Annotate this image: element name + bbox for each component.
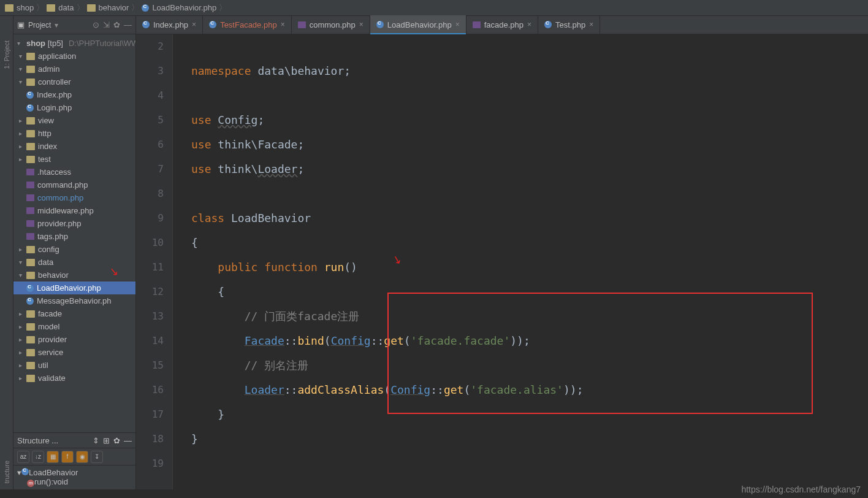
gear-icon[interactable]: ✿ — [113, 20, 120, 29]
chevron-down-icon[interactable]: ▾ — [55, 21, 58, 29]
php-file-icon — [376, 21, 384, 28]
editor-tab[interactable]: common.php× — [292, 15, 370, 34]
tree-facade[interactable]: ▸facade — [13, 307, 135, 320]
tree-test[interactable]: ▸test — [13, 153, 135, 166]
code-line[interactable]: public function run() — [191, 255, 868, 280]
autoscroll-button[interactable]: ↧ — [91, 451, 103, 463]
sort-alpha-button[interactable]: az — [17, 451, 29, 463]
tab-label: Test.php — [555, 20, 585, 29]
structure-tree[interactable]: ▾LoadBehavior mrun():void — [13, 465, 135, 489]
code-line[interactable]: class LoadBehavior — [191, 206, 868, 231]
tree-controller[interactable]: ▾controller — [13, 75, 135, 88]
structure-panel-header: Structure ... ⇕ ⊞ ✿ — — [13, 432, 135, 448]
code-line[interactable]: use Config; — [191, 108, 868, 132]
close-icon[interactable]: × — [281, 20, 285, 29]
breadcrumb-sep: 〉 — [131, 2, 139, 13]
show-fields-button[interactable]: ▦ — [47, 451, 59, 463]
code-line[interactable]: use think\Loader; — [191, 157, 868, 182]
close-icon[interactable]: × — [527, 20, 531, 29]
sort-visibility-button[interactable]: ↓z — [32, 451, 44, 463]
close-icon[interactable]: × — [359, 20, 364, 29]
tree-config[interactable]: ▸config — [13, 243, 135, 256]
tree-application[interactable]: ▾application — [13, 50, 135, 63]
code-line[interactable]: } — [191, 402, 868, 427]
tree-index-php[interactable]: Index.php — [13, 88, 135, 101]
editor-tab[interactable]: Index.php× — [136, 15, 203, 34]
editor-tab[interactable]: TestFacade.php× — [203, 15, 292, 34]
code-line[interactable]: } — [191, 427, 868, 451]
project-panel-header: ▣ Project ▾ ⊙ ⇲ ✿ — — [13, 16, 135, 34]
code-line[interactable]: { — [191, 231, 868, 255]
structure-method-run[interactable]: mrun():void — [13, 477, 135, 487]
code-area[interactable]: 2345678910111213141516171819 namespace d… — [136, 34, 868, 489]
tree-http[interactable]: ▸http — [13, 127, 135, 140]
editor-tab[interactable]: LoadBehavior.php× — [370, 15, 466, 34]
code-line[interactable] — [191, 83, 868, 108]
hide-icon[interactable]: — — [124, 436, 132, 445]
php-file-icon — [298, 21, 306, 28]
code-line[interactable]: // 别名注册 — [191, 353, 868, 378]
code-line[interactable]: Facade::bind(Config::get('facade.facade'… — [191, 329, 868, 353]
tree-middleware[interactable]: middleware.php — [13, 204, 135, 217]
tree-validate[interactable]: ▸validate — [13, 372, 135, 385]
tree-model[interactable]: ▸model — [13, 320, 135, 333]
expand-icon[interactable]: ⊞ — [103, 436, 110, 445]
code-line[interactable] — [191, 34, 868, 59]
close-icon[interactable]: × — [589, 20, 593, 29]
folder-icon — [5, 4, 13, 12]
collapse-icon[interactable]: ⇲ — [103, 20, 110, 29]
tree-loadbehavior[interactable]: LoadBehavior.php — [13, 282, 135, 294]
structure-class[interactable]: ▾LoadBehavior — [13, 468, 135, 477]
close-icon[interactable]: × — [192, 20, 196, 29]
watermark: https://blog.csdn.net/fangkang7 — [741, 485, 861, 494]
crumb-file[interactable]: LoadBehavior.php — [142, 3, 216, 12]
tree-messagebehavior[interactable]: MessageBehavior.ph — [13, 294, 135, 307]
sort-icon[interactable]: ⇕ — [93, 436, 99, 445]
code-line[interactable]: { — [191, 280, 868, 304]
tree-admin[interactable]: ▾admin — [13, 63, 135, 75]
crumb-shop[interactable]: shop — [5, 3, 34, 12]
hide-icon[interactable]: — — [124, 20, 132, 29]
project-tool-tab[interactable]: 1: Project — [3, 40, 10, 69]
tree-command[interactable]: command.php — [13, 178, 135, 191]
gear-icon[interactable]: ✿ — [113, 436, 120, 445]
tree-provider-dir[interactable]: ▸provider — [13, 333, 135, 346]
editor-tabs: Index.php×TestFacade.php×common.php×Load… — [136, 16, 868, 34]
editor-tab[interactable]: facade.php× — [466, 15, 538, 34]
show-inherited-button[interactable]: f — [61, 451, 74, 463]
code-line[interactable] — [191, 182, 868, 206]
editor-tab[interactable]: Test.php× — [538, 15, 600, 34]
tree-root[interactable]: ▾shop [tp5]D:\PHPTutorial\WW — [13, 37, 135, 50]
breadcrumb-sep: 〉 — [219, 2, 227, 13]
tree-util[interactable]: ▸util — [13, 359, 135, 372]
breadcrumb-sep: 〉 — [36, 2, 44, 13]
project-panel-icon: ▣ — [17, 20, 25, 29]
tree-common[interactable]: common.php — [13, 191, 135, 204]
annotation-arrow: ↘ — [108, 264, 119, 278]
tree-service[interactable]: ▸service — [13, 346, 135, 359]
tree-provider[interactable]: provider.php — [13, 217, 135, 230]
code-line[interactable]: // 门面类facade注册 — [191, 304, 868, 329]
code-line[interactable]: Loader::addClassAlias(Config::get('facad… — [191, 378, 868, 402]
show-constants-button[interactable]: ◉ — [76, 451, 88, 463]
structure-tool-tab[interactable]: tructure — [3, 461, 10, 483]
tree-login-php[interactable]: Login.php — [13, 101, 135, 114]
code-line[interactable]: use think\Facade; — [191, 132, 868, 157]
tree-index[interactable]: ▸index — [13, 140, 135, 153]
locate-icon[interactable]: ⊙ — [93, 20, 99, 29]
code-line[interactable]: namespace data\behavior; — [191, 59, 868, 83]
php-file-icon — [209, 21, 216, 28]
project-panel-title: Project — [28, 21, 51, 29]
breadcrumb: shop 〉 data 〉 behavior 〉 LoadBehavior.ph… — [0, 0, 868, 16]
tree-tags[interactable]: tags.php — [13, 230, 135, 243]
tree-view[interactable]: ▸view — [13, 114, 135, 127]
php-file-icon — [142, 4, 149, 12]
close-icon[interactable]: × — [455, 20, 460, 29]
tree-htaccess[interactable]: .htaccess — [13, 166, 135, 178]
code-content[interactable]: namespace data\behavior;use Config;use t… — [173, 34, 868, 489]
crumb-data[interactable]: data — [47, 3, 74, 12]
editor-area: Index.php×TestFacade.php×common.php×Load… — [136, 16, 868, 489]
code-line[interactable] — [191, 451, 868, 476]
crumb-behavior[interactable]: behavior — [87, 3, 129, 12]
project-tree[interactable]: ▾shop [tp5]D:\PHPTutorial\WW ▾applicatio… — [13, 34, 135, 432]
